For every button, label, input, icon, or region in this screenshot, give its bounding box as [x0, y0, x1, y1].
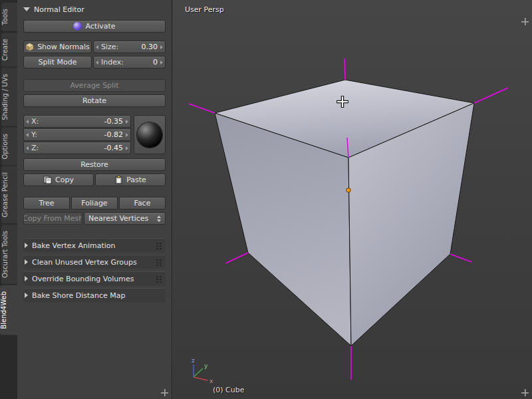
expand-arrow-icon[interactable]	[25, 243, 28, 248]
split-mode-button[interactable]: Split Mode	[23, 56, 92, 68]
x-value: -0.35	[104, 117, 123, 126]
foliage-button[interactable]: Foliage	[71, 197, 118, 209]
toolshelf-panel: Normal Editor Activate Show Normals Size…	[17, 0, 172, 399]
face-label: Face	[134, 199, 151, 207]
expand-arrow-icon[interactable]	[25, 259, 28, 265]
expand-arrow-icon[interactable]	[25, 276, 28, 281]
stepper-left-icon[interactable]	[96, 61, 98, 65]
copy-button[interactable]: Copy	[23, 174, 94, 186]
z-label: Z:	[31, 144, 39, 152]
normal-editor-header[interactable]: Normal Editor	[23, 3, 166, 16]
y-value: -0.82	[104, 130, 123, 139]
index-value: 0	[153, 58, 158, 66]
collapse-arrow-icon[interactable]	[23, 7, 30, 11]
restore-label: Restore	[80, 160, 108, 169]
region-expand-icon[interactable]	[521, 389, 529, 396]
show-normals-icon	[25, 43, 34, 51]
tab-blend4web[interactable]: Blend4Web	[0, 285, 17, 335]
face-button[interactable]: Face	[119, 197, 166, 209]
size-label: Size:	[101, 43, 118, 51]
restore-button[interactable]: Restore	[23, 158, 166, 171]
activate-button[interactable]: Activate	[23, 20, 166, 33]
stepper-left-icon[interactable]	[26, 133, 29, 137]
dropdown-arrows-icon	[157, 215, 161, 222]
show-normals-toggle[interactable]: Show Normals	[23, 41, 92, 53]
stepper-right-icon[interactable]	[126, 120, 128, 124]
tab-shading-uvs[interactable]: Shading / UVs	[1, 68, 17, 126]
panel-clean-unused-vertex-groups[interactable]: Clean Unused Vertex Groups	[23, 255, 166, 269]
tree-button[interactable]: Tree	[23, 197, 70, 209]
z-value: -0.45	[104, 144, 123, 152]
index-field[interactable]: Index: 0	[93, 56, 166, 68]
stepper-right-icon[interactable]	[160, 45, 163, 49]
average-split-label: Average Split	[70, 81, 118, 90]
z-slider[interactable]: Z: -0.45	[23, 142, 131, 154]
panel-bake-shore-distance-map[interactable]: Bake Shore Distance Map	[23, 288, 166, 302]
stepper-left-icon[interactable]	[26, 120, 29, 124]
drag-handle-icon[interactable]	[155, 258, 163, 266]
collapsed-panel-title: Bake Shore Distance Map	[32, 291, 163, 300]
dropdown-value: Nearest Vertices	[88, 214, 157, 223]
paste-button[interactable]: Paste	[95, 174, 166, 186]
tab-grease-pencil[interactable]: Grease Pencil	[1, 166, 17, 223]
tab-options[interactable]: Options	[1, 128, 17, 166]
collapsed-panel-title: Clean Unused Vertex Groups	[32, 258, 151, 267]
stepper-right-icon[interactable]	[126, 133, 128, 137]
paste-icon	[114, 176, 123, 184]
y-slider[interactable]: Y: -0.82	[23, 128, 131, 141]
x-label: X:	[31, 117, 39, 126]
rotate-button[interactable]: Rotate	[23, 94, 166, 107]
copy-from-mesh-label: Copy From Mesh	[23, 214, 82, 223]
size-value: 0.30	[142, 43, 158, 51]
properties-region-expand-icon[interactable]	[521, 18, 529, 25]
average-split-button[interactable]: Average Split	[23, 79, 166, 92]
selected-vertex	[346, 188, 350, 192]
panel-bake-vertex-animation[interactable]: Bake Vertex Animation	[23, 238, 166, 252]
view-name-label: User Persp	[185, 5, 224, 14]
tree-label: Tree	[39, 199, 55, 207]
y-label: Y:	[31, 130, 37, 139]
axis-x-label: x	[209, 378, 213, 384]
stepper-right-icon[interactable]	[160, 61, 163, 65]
axis-y-label: y	[204, 362, 208, 369]
axis-z-label: z	[192, 357, 195, 364]
show-normals-label: Show Normals	[37, 43, 90, 51]
activate-label: Activate	[85, 22, 115, 31]
collapsed-panel-title: Bake Vertex Animation	[32, 241, 151, 250]
drag-handle-icon[interactable]	[155, 275, 163, 283]
active-object-label: (0) Cube	[213, 386, 244, 394]
collapsed-panel-title: Override Bounding Volumes	[32, 275, 151, 283]
rotate-label: Rotate	[82, 96, 106, 105]
direction-sphere-widget[interactable]	[134, 115, 166, 154]
paste-label: Paste	[126, 176, 146, 184]
size-field[interactable]: Size: 0.30	[93, 41, 166, 53]
tab-create[interactable]: Create	[1, 33, 17, 66]
activate-icon	[73, 22, 82, 31]
index-label: Index:	[101, 58, 124, 66]
copy-icon	[43, 176, 52, 184]
stepper-left-icon[interactable]	[26, 146, 29, 150]
drag-handle-icon[interactable]	[155, 241, 163, 249]
split-mode-label: Split Mode	[39, 58, 77, 66]
copy-label: Copy	[55, 176, 74, 184]
panel-title: Normal Editor	[34, 5, 84, 14]
tab-tools[interactable]: Tools	[1, 3, 17, 31]
tab-oscurart-tools[interactable]: Oscurart Tools	[1, 225, 17, 284]
viewport-3d[interactable]: x y z User Persp (0) Cube	[173, 0, 532, 399]
expand-arrow-icon[interactable]	[25, 293, 28, 298]
copy-from-mesh-button[interactable]: Copy From Mesh	[23, 212, 82, 225]
cube-mesh	[215, 80, 474, 346]
blender-window: Tools Create Shading / UVs Options Greas…	[0, 0, 532, 399]
viewport-scene: x y z	[173, 0, 532, 399]
nearest-vertices-dropdown[interactable]: Nearest Vertices	[84, 212, 166, 225]
foliage-label: Foliage	[81, 199, 107, 207]
stepper-left-icon[interactable]	[96, 45, 98, 49]
stepper-right-icon[interactable]	[126, 146, 128, 150]
toolshelf-tabs: Tools Create Shading / UVs Options Greas…	[0, 0, 17, 399]
panel-override-bounding-volumes[interactable]: Override Bounding Volumes	[23, 271, 166, 285]
region-expand-icon[interactable]	[161, 389, 168, 396]
direction-sphere-icon	[137, 122, 162, 148]
x-slider[interactable]: X: -0.35	[23, 115, 131, 128]
